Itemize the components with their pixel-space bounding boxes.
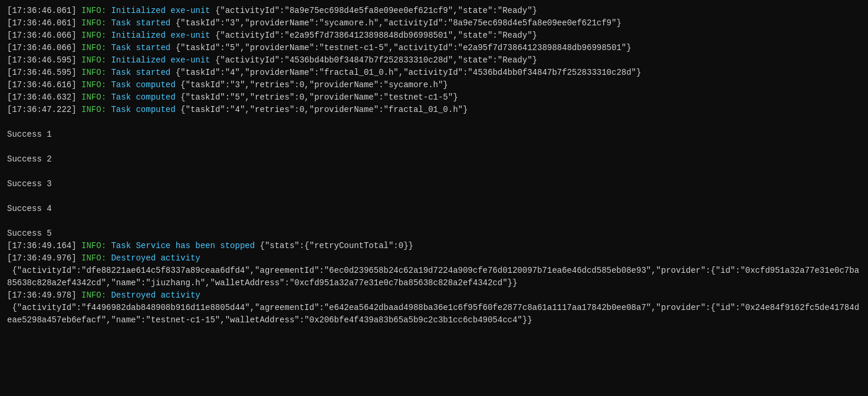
log-message: Task started [111, 42, 170, 54]
log-message: Task Service has been stopped [111, 240, 255, 252]
log-json: {"stats":{"retryCountTotal":0}} [255, 240, 413, 252]
log-json: {"taskId":"3","retries":0,"providerName"… [176, 79, 448, 91]
log-level: INFO: [81, 252, 111, 265]
timestamp: [17:36:46.066] [7, 29, 81, 42]
log-level: INFO: [81, 29, 111, 42]
log-line: [17:36:46.061] INFO: Task started {"task… [7, 17, 861, 29]
success-line: Success 5 [7, 227, 861, 240]
log-message: Task computed [111, 91, 175, 104]
log-line: [17:36:46.632] INFO: Task computed {"tas… [7, 91, 861, 104]
log-level: INFO: [81, 5, 111, 17]
log-json: {"activityId":"dfe88221ae614c5f8337a89ce… [7, 265, 861, 289]
log-level: INFO: [81, 17, 111, 29]
timestamp: [17:36:49.164] [7, 240, 81, 252]
blank-line [7, 141, 861, 153]
log-line: [17:36:46.066] INFO: Initialized exe-uni… [7, 29, 861, 42]
success-line: Success 1 [7, 128, 861, 141]
log-message: Task started [111, 17, 170, 29]
timestamp: [17:36:46.061] [7, 17, 81, 29]
log-level: INFO: [81, 67, 111, 79]
log-message: Initialized exe-unit [111, 54, 210, 67]
log-message: Task started [111, 67, 170, 79]
log-json: {"taskId":"4","providerName":"fractal_01… [170, 67, 641, 79]
log-level: INFO: [81, 54, 111, 67]
log-line: [17:36:47.222] INFO: Task computed {"tas… [7, 104, 861, 116]
log-level: INFO: [81, 91, 111, 104]
log-json: {"activityId":"f4496982dab848908b916d11e… [7, 302, 861, 326]
log-level: INFO: [81, 289, 111, 302]
blank-line [7, 116, 861, 128]
timestamp: [17:36:46.595] [7, 67, 81, 79]
timestamp: [17:36:47.222] [7, 104, 81, 116]
success-line: Success 3 [7, 178, 861, 190]
success-line: Success 2 [7, 153, 861, 166]
timestamp: [17:36:46.066] [7, 42, 81, 54]
timestamp: [17:36:49.976] [7, 252, 81, 265]
log-line: [17:36:46.066] INFO: Task started {"task… [7, 42, 861, 54]
log-line: [17:36:46.595] INFO: Task started {"task… [7, 67, 861, 79]
log-line: [17:36:46.061] INFO: Initialized exe-uni… [7, 5, 861, 17]
blank-line [7, 215, 861, 227]
log-line: [17:36:49.976] INFO: Destroyed activity … [7, 252, 861, 289]
log-json: {"taskId":"5","retries":0,"providerName"… [176, 91, 458, 104]
log-json: {"taskId":"5","providerName":"testnet-c1… [170, 42, 631, 54]
log-line: [17:36:46.595] INFO: Initialized exe-uni… [7, 54, 861, 67]
blank-line [7, 190, 861, 203]
log-json: {"activityId":"8a9e75ec698d4e5fa8e09ee0e… [210, 5, 537, 17]
terminal-output: [17:36:46.061] INFO: Initialized exe-uni… [7, 5, 861, 326]
blank-line [7, 166, 861, 178]
log-message: Destroyed activity [111, 289, 200, 302]
timestamp: [17:36:46.061] [7, 5, 81, 17]
timestamp: [17:36:46.632] [7, 91, 81, 104]
log-json: {"activityId":"e2a95f7d73864123898848db9… [210, 29, 537, 42]
timestamp: [17:36:46.616] [7, 79, 81, 91]
timestamp: [17:36:49.978] [7, 289, 81, 302]
success-line: Success 4 [7, 203, 861, 215]
log-level: INFO: [81, 79, 111, 91]
log-json: {"taskId":"3","providerName":"sycamore.h… [170, 17, 622, 29]
log-line: [17:36:49.164] INFO: Task Service has be… [7, 240, 861, 252]
log-message: Task computed [111, 79, 175, 91]
log-level: INFO: [81, 104, 111, 116]
log-level: INFO: [81, 240, 111, 252]
log-json: {"activityId":"4536bd4bb0f34847b7f252833… [210, 54, 537, 67]
log-message: Initialized exe-unit [111, 29, 210, 42]
log-message: Task computed [111, 104, 175, 116]
log-line: [17:36:49.978] INFO: Destroyed activity … [7, 289, 861, 326]
log-line: [17:36:46.616] INFO: Task computed {"tas… [7, 79, 861, 91]
log-message: Destroyed activity [111, 252, 200, 265]
timestamp: [17:36:46.595] [7, 54, 81, 67]
log-message: Initialized exe-unit [111, 5, 210, 17]
log-json: {"taskId":"4","retries":0,"providerName"… [176, 104, 468, 116]
log-level: INFO: [81, 42, 111, 54]
